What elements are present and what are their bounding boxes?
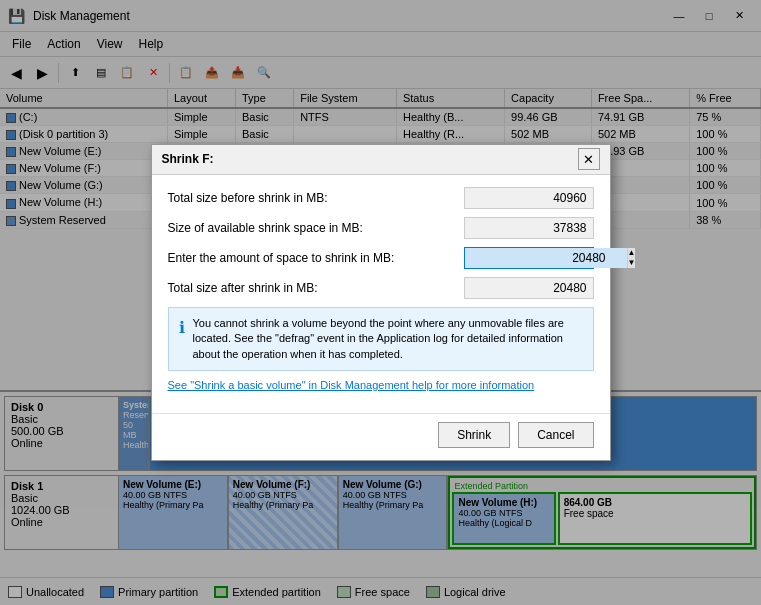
modal-close-button[interactable]: ✕ — [578, 148, 600, 170]
value-total-before: 40960 — [464, 187, 594, 209]
spin-up-button[interactable]: ▲ — [628, 248, 636, 258]
modal-overlay: Shrink F: ✕ Total size before shrink in … — [0, 0, 761, 605]
info-icon: ℹ — [179, 317, 185, 362]
label-available: Size of available shrink space in MB: — [168, 221, 464, 235]
info-text: You cannot shrink a volume beyond the po… — [193, 316, 583, 362]
value-available: 37838 — [464, 217, 594, 239]
label-total-after: Total size after shrink in MB: — [168, 281, 464, 295]
modal-title: Shrink F: — [162, 152, 214, 166]
form-row-enter-amount: Enter the amount of space to shrink in M… — [168, 247, 594, 269]
shrink-button[interactable]: Shrink — [438, 422, 510, 448]
form-row-total-before: Total size before shrink in MB: 40960 — [168, 187, 594, 209]
modal-body: Total size before shrink in MB: 40960 Si… — [152, 175, 610, 413]
modal-title-bar: Shrink F: ✕ — [152, 145, 610, 175]
help-link[interactable]: See "Shrink a basic volume" in Disk Mana… — [168, 379, 594, 391]
modal-footer: Shrink Cancel — [152, 413, 610, 460]
input-wrap-amount: ▲ ▼ — [464, 247, 594, 269]
form-row-available: Size of available shrink space in MB: 37… — [168, 217, 594, 239]
shrink-amount-input[interactable] — [465, 248, 627, 268]
form-row-total-after: Total size after shrink in MB: 20480 — [168, 277, 594, 299]
label-total-before: Total size before shrink in MB: — [168, 191, 464, 205]
label-enter-amount: Enter the amount of space to shrink in M… — [168, 251, 464, 265]
spin-buttons: ▲ ▼ — [627, 248, 636, 268]
spin-down-button[interactable]: ▼ — [628, 258, 636, 268]
shrink-modal: Shrink F: ✕ Total size before shrink in … — [151, 144, 611, 461]
value-total-after: 20480 — [464, 277, 594, 299]
info-box: ℹ You cannot shrink a volume beyond the … — [168, 307, 594, 371]
cancel-button[interactable]: Cancel — [518, 422, 593, 448]
